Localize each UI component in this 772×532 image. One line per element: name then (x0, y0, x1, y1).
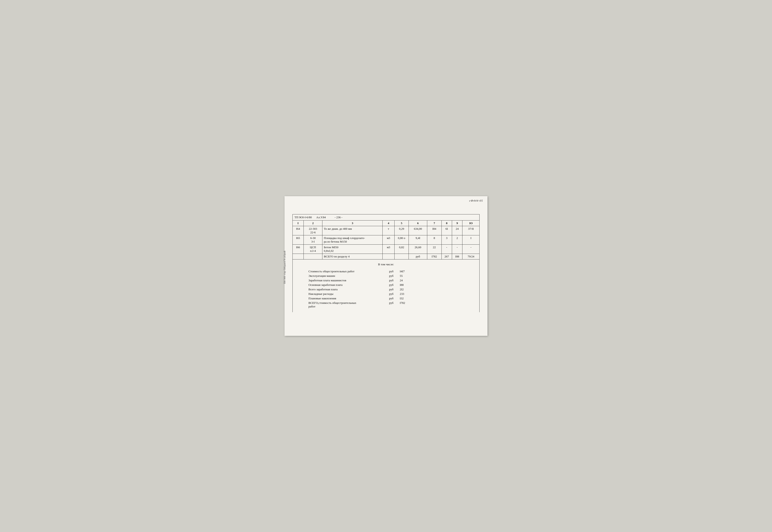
col-header-3: 3 (322, 221, 383, 226)
row-qty: 0,80 о (394, 235, 409, 245)
row-unit: т (383, 226, 394, 235)
page: сФ444-05 ПН 900 т/вр-560данА78 (43рой ТП… (285, 196, 487, 336)
subtotal-col7: I782 (427, 254, 441, 259)
summary-item-unit-5: руб (385, 292, 397, 296)
row-description: То же диам. до 400 мм (322, 226, 383, 235)
col-header-10: IO (462, 221, 479, 226)
summary-item-value-1: 55 (397, 274, 411, 278)
row-col10: - (462, 245, 479, 254)
summary-item-label-6: Плановые накопления (309, 297, 385, 300)
subtotal-col9: I88 (452, 254, 462, 259)
col-header-1: I (293, 221, 304, 226)
col-header-2: 2 (304, 221, 322, 226)
main-table: ТП 9ОI-I-6/80 Ал.У.84 - 236 - I 2 3 4 5 … (293, 214, 479, 312)
row-col7: I84 (427, 226, 441, 235)
row-qty: 0,29 (394, 226, 409, 235)
summary-item: Основная заработная плата руб I88 (309, 283, 477, 287)
row-price: 634,00 (409, 226, 427, 235)
summary-item-value-4: 2I2 (397, 288, 411, 291)
doc-ref: сФ444-05 (469, 199, 483, 202)
row-id: I65 (293, 235, 304, 245)
summary-item-value-0: I4I7 (397, 270, 411, 273)
row-col10: I (462, 235, 479, 245)
column-headers: I 2 3 4 5 6 7 8 9 IO (293, 221, 479, 226)
row-description: Площадка под шкаф хлордозато- ра из бето… (322, 235, 383, 245)
summary-item-label-2: Заработная плата машинистов (309, 279, 385, 282)
summary-item: Заработная плата машинистов руб 24 (309, 278, 477, 283)
subtotal-unit-empty (383, 254, 394, 259)
row-col8: 6I (441, 226, 452, 235)
summary-item: Плановые накопления руб I32 (309, 296, 477, 301)
summary-item-label-4: Всего заработная плата (309, 288, 385, 291)
summary-item-unit-2: руб (385, 279, 397, 282)
summary-item-label-3: Основная заработная плата (309, 283, 385, 287)
row-unit: м3 (383, 235, 394, 245)
subtotal-code (304, 254, 322, 259)
col-header-9: 9 (452, 221, 462, 226)
col-header-4: 4 (383, 221, 394, 226)
table-row: I65 6-30 3-I Площадка под шкаф хлордозат… (293, 235, 479, 245)
summary-item: Стоимость общестроительных работ руб I4I… (309, 269, 477, 274)
row-description: Бетон МI50 0,8хI,02 (322, 245, 383, 254)
col-header-6: 6 (409, 221, 427, 226)
row-col9: 24 (452, 226, 462, 235)
summary-item: Эксплуатация машин руб 55 (309, 274, 477, 278)
summary-item: Всего заработная плата руб 2I2 (309, 287, 477, 292)
row-col8: - (441, 245, 452, 254)
summary-section: В том числе: Стоимость общестроительных … (293, 259, 479, 312)
summary-item-label-7: ВСЕГО,стоимость общестроительных работ (309, 301, 385, 308)
title-center: Ал.У.84 (316, 216, 326, 219)
col-header-7: 7 (427, 221, 441, 226)
row-qty: 0,82 (394, 245, 409, 254)
row-col8: 3 (441, 235, 452, 245)
side-label: ПН 900 т/вр-560данА78 (43рой (284, 251, 286, 284)
summary-item-label-5: Накладные расходы (309, 292, 385, 296)
row-code: ЦСП п.I-4 (304, 245, 322, 254)
summary-item-label-0: Стоимость общестроительных работ (309, 270, 385, 273)
row-price: 26,60 (409, 245, 427, 254)
summary-item-unit-7: руб (385, 301, 397, 308)
row-col9: 2 (452, 235, 462, 245)
subtotal-label: ВСЕГО по разделу 4 (322, 254, 383, 259)
summary-item: ВСЕГО,стоимость общестроительных работ р… (309, 301, 477, 309)
table-row: I66 ЦСП п.I-4 Бетон МI50 0,8хI,02 м3 0,8… (293, 245, 479, 254)
summary-item-value-7: I782 (397, 301, 411, 308)
summary-item-value-2: 24 (397, 279, 411, 282)
summary-title: В том числе: (295, 261, 477, 267)
summary-item-value-6: I32 (397, 297, 411, 300)
summary-item: Накладные расходы руб 233 (309, 292, 477, 296)
subtotal-id (293, 254, 304, 259)
row-col10: 37/II (462, 226, 479, 235)
table-title: ТП 9ОI-I-6/80 Ал.У.84 - 236 - (293, 214, 479, 221)
col-header-8: 8 (441, 221, 452, 226)
table-row: I64 22-303 22-6 То же диам. до 400 мм т … (293, 226, 479, 235)
subtotal-qty-empty (394, 254, 409, 259)
summary-item-unit-1: руб (385, 274, 397, 278)
row-unit: м3 (383, 245, 394, 254)
subtotal-unit: руб (409, 254, 427, 259)
row-id: I64 (293, 226, 304, 235)
summary-item-value-3: I88 (397, 283, 411, 287)
summary-item-unit-3: руб (385, 283, 397, 287)
col-header-5: 5 (394, 221, 409, 226)
subtotal-col8: 267 (441, 254, 452, 259)
title-right: - 236 - (335, 216, 343, 219)
row-col9: - (452, 245, 462, 254)
summary-item-unit-4: руб (385, 288, 397, 291)
row-col7: 8 (427, 235, 441, 245)
summary-block: Стоимость общестроительных работ руб I4I… (295, 269, 477, 309)
title-left: ТП 9ОI-I-6/80 (295, 216, 312, 219)
title-row: ТП 9ОI-I-6/80 Ал.У.84 - 236 - (293, 214, 479, 221)
summary-item-unit-0: руб (385, 270, 397, 273)
row-col7: 22 (427, 245, 441, 254)
summary-item-value-5: 233 (397, 292, 411, 296)
subtotal-row: ВСЕГО по разделу 4 руб I782 267 I88 79/2… (293, 254, 479, 259)
subtotal-col10: 79/24 (462, 254, 479, 259)
row-id: I66 (293, 245, 304, 254)
row-code: 6-30 3-I (304, 235, 322, 245)
row-code: 22-303 22-6 (304, 226, 322, 235)
summary-item-label-1: Эксплуатация машин (309, 274, 385, 278)
row-price: 9,4I (409, 235, 427, 245)
summary-item-unit-6: руб (385, 297, 397, 300)
